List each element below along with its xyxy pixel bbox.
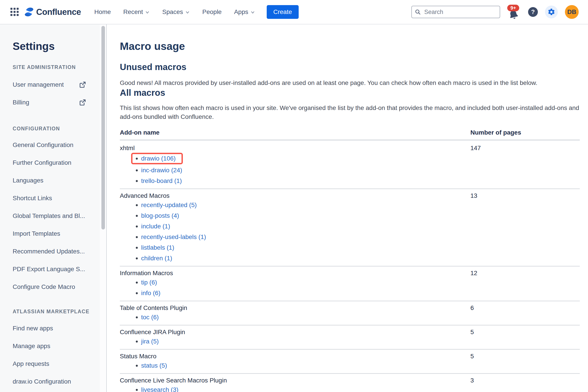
external-link-icon (79, 81, 86, 88)
bullet-icon (136, 226, 138, 228)
bullet-icon (136, 180, 138, 182)
bullet-icon (136, 292, 138, 294)
all-macros-text: This list shows how often each macro is … (120, 104, 580, 121)
bullet-icon (136, 365, 138, 367)
macro-list: status (5) (120, 360, 470, 371)
bullet-icon (136, 236, 138, 238)
list-item: recently-used-labels (1) (120, 232, 470, 242)
table-row: Table of Contents Plugin toc (6) 6 (120, 301, 580, 326)
macro-list: drawio (106) inc-drawio (24) trello-boar… (120, 152, 470, 186)
list-item: include (1) (120, 221, 470, 232)
list-item: trello-board (1) (120, 176, 470, 186)
avatar[interactable]: DB (565, 5, 579, 19)
bullet-icon (136, 158, 138, 160)
bullet-icon (136, 316, 138, 318)
main-content: Macro usage Unused macros Good news! All… (107, 24, 588, 392)
macro-link-jira[interactable]: jira (5) (141, 338, 159, 345)
macro-link-recently-updated[interactable]: recently-updated (5) (141, 201, 197, 209)
notifications-button[interactable]: 9+ (507, 3, 521, 20)
primary-nav: Home Recent Spaces People Apps (94, 8, 255, 16)
nav-spaces[interactable]: Spaces (162, 8, 190, 16)
macro-link-listlabels[interactable]: listlabels (1) (141, 244, 174, 252)
create-button[interactable]: Create (267, 5, 299, 19)
bullet-icon (136, 215, 138, 217)
macro-link-blog-posts[interactable]: blog-posts (4) (141, 212, 179, 220)
highlight-annotation-box: drawio (106) (131, 153, 183, 164)
unused-macros-text: Good news! All macros provided by user-i… (120, 78, 580, 87)
chevron-down-icon (250, 10, 255, 15)
addon-name: xhtml (120, 145, 470, 151)
sidebar-item-languages[interactable]: Languages (13, 172, 93, 189)
help-button[interactable]: ? (528, 7, 538, 17)
macro-link-tip[interactable]: tip (6) (141, 279, 157, 286)
addon-name: Table of Contents Plugin (120, 305, 470, 311)
macro-link-recently-used-labels[interactable]: recently-used-labels (1) (141, 233, 206, 241)
sidebar-item-billing[interactable]: Billing (13, 94, 93, 111)
macro-link-status[interactable]: status (5) (141, 362, 167, 370)
sidebar-item-pdf-export-language[interactable]: PDF Export Language S... (13, 260, 93, 278)
sidebar-item-further-configuration[interactable]: Further Configuration (13, 154, 93, 172)
chevron-down-icon (185, 10, 190, 15)
pages-count: 5 (470, 329, 580, 347)
all-macros-heading: All macros (120, 88, 580, 98)
macro-link-livesearch[interactable]: livesearch (3) (141, 386, 178, 392)
sidebar-item-recommended-updates[interactable]: Recommended Updates... (13, 242, 93, 260)
nav-recent[interactable]: Recent (123, 8, 150, 16)
addon-name: Confluence JIRA Plugin (120, 329, 470, 335)
product-name: Confluence (36, 7, 81, 17)
list-item: inc-drawio (24) (120, 165, 470, 176)
search-input[interactable] (411, 6, 500, 18)
site-administration-list: User management Billing (13, 76, 100, 111)
sidebar-item-app-requests[interactable]: App requests (13, 355, 93, 373)
pages-count: 6 (470, 305, 580, 322)
pages-count: 3 (470, 377, 580, 392)
sidebar-item-general-configuration[interactable]: General Configuration (13, 136, 93, 154)
pages-count: 13 (470, 193, 580, 264)
settings-sidebar: Settings SITE ADMINISTRATION User manage… (0, 24, 100, 392)
list-item: tip (6) (120, 277, 470, 288)
list-item: drawio (106) (120, 152, 470, 165)
macro-link-children[interactable]: children (1) (141, 254, 172, 262)
notification-badge: 9+ (507, 5, 519, 11)
bullet-icon (136, 204, 138, 206)
macro-link-inc-drawio[interactable]: inc-drawio (24) (141, 166, 182, 174)
macro-list: jira (5) (120, 336, 470, 347)
sidebar-item-global-templates[interactable]: Global Templates and Bl... (13, 207, 93, 225)
list-item: livesearch (3) (120, 384, 470, 392)
sidebar-item-shortcut-links[interactable]: Shortcut Links (13, 189, 93, 207)
sidebar-item-configure-code-macro[interactable]: Configure Code Macro (13, 278, 93, 296)
macro-link-include[interactable]: include (1) (141, 222, 170, 230)
macro-list: recently-updated (5) blog-posts (4) incl… (120, 200, 470, 264)
app-switcher-icon[interactable] (10, 8, 19, 16)
bullet-icon (136, 258, 138, 260)
nav-apps[interactable]: Apps (234, 8, 255, 16)
bullet-icon (136, 247, 138, 249)
chevron-down-icon (145, 10, 150, 15)
addon-name: Information Macros (120, 270, 470, 276)
nav-people[interactable]: People (202, 8, 222, 16)
table-row: Information Macros tip (6) info (6) 12 (120, 266, 580, 301)
section-label-site-administration: SITE ADMINISTRATION (13, 65, 100, 70)
sidebar-item-manage-apps[interactable]: Manage apps (13, 337, 93, 355)
macro-list: livesearch (3) (120, 384, 470, 392)
sidebar-scrollbar-track[interactable] (100, 24, 107, 392)
unused-macros-heading: Unused macros (120, 62, 580, 72)
navbar-right-cluster: 9+ ? DB (411, 3, 579, 20)
sidebar-item-user-management[interactable]: User management (13, 76, 93, 94)
confluence-logo[interactable]: Confluence (24, 7, 81, 17)
macro-link-drawio[interactable]: drawio (106) (141, 155, 176, 162)
settings-button[interactable] (545, 6, 558, 18)
bullet-icon (136, 282, 138, 284)
sidebar-item-drawio-configuration[interactable]: draw.io Configuration (13, 373, 93, 390)
macro-link-toc[interactable]: toc (6) (141, 314, 159, 321)
page-title: Macro usage (120, 40, 580, 52)
list-item: status (5) (120, 360, 470, 371)
macro-link-info[interactable]: info (6) (141, 289, 160, 297)
list-item: listlabels (1) (120, 242, 470, 253)
nav-home[interactable]: Home (94, 8, 111, 16)
sidebar-item-import-templates[interactable]: Import Templates (13, 225, 93, 242)
sidebar-scrollbar-thumb[interactable] (101, 26, 105, 230)
macro-link-trello-board[interactable]: trello-board (1) (141, 177, 182, 185)
sidebar-item-find-new-apps[interactable]: Find new apps (13, 320, 93, 337)
section-label-atlassian-marketplace: ATLASSIAN MARKETPLACE (13, 309, 100, 314)
